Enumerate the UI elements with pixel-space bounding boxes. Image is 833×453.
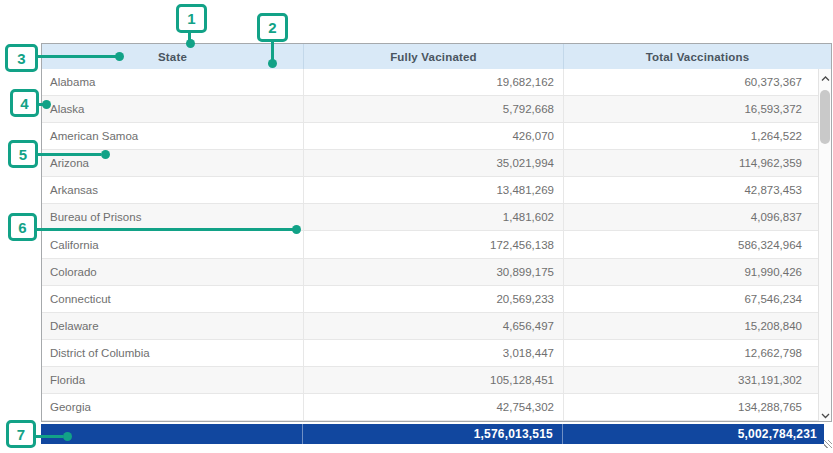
callout-2-connector <box>271 42 274 60</box>
fully-vaccinated-cell: 426,070 <box>303 123 563 149</box>
callout-1-badge: 1 <box>176 4 207 33</box>
table-row[interactable]: Colorado30,899,17591,990,426 <box>42 259 831 286</box>
state-cell: Arkansas <box>42 177 303 203</box>
callout-2-badge: 2 <box>257 13 288 42</box>
table-row[interactable]: Connecticut20,569,23367,546,234 <box>42 286 831 313</box>
summary-row: 1,576,013,515 5,002,784,231 <box>41 424 824 444</box>
fully-vaccinated-cell: 4,656,497 <box>303 313 563 339</box>
total-vaccinations-cell: 4,096,837 <box>563 204 831 230</box>
state-cell: Connecticut <box>42 286 303 312</box>
callout-5-connector <box>38 153 101 156</box>
total-vaccinations-cell: 134,288,765 <box>563 394 831 420</box>
total-vaccinations-cell: 1,264,522 <box>563 123 831 149</box>
callout-6-dot <box>292 225 301 234</box>
table-row[interactable]: District of Columbia3,018,44712,662,798 <box>42 340 831 367</box>
summary-fully-vaccinated-cell: 1,576,013,515 <box>302 424 562 444</box>
table-header-row: State Fully Vacinated Total Vaccinations <box>42 44 831 69</box>
scroll-down-button[interactable] <box>819 407 831 420</box>
callout-7-dot <box>63 432 72 441</box>
state-cell: California <box>42 231 303 257</box>
scroll-up-button[interactable] <box>819 70 831 83</box>
total-vaccinations-cell: 16,593,372 <box>563 96 831 122</box>
column-header-total-vaccinations[interactable]: Total Vaccinations <box>563 44 831 69</box>
resize-grip-icon[interactable] <box>824 440 832 448</box>
callout-3-dot <box>115 52 124 61</box>
total-vaccinations-cell: 331,191,302 <box>563 367 831 393</box>
column-header-fully-vaccinated[interactable]: Fully Vacinated <box>303 44 563 69</box>
callout-7-badge: 7 <box>6 420 36 448</box>
fully-vaccinated-cell: 20,569,233 <box>303 286 563 312</box>
callout-2-dot <box>268 59 277 68</box>
state-cell: Florida <box>42 367 303 393</box>
state-cell: District of Columbia <box>42 340 303 366</box>
scrollbar-thumb[interactable] <box>820 90 830 144</box>
state-cell: American Samoa <box>42 123 303 149</box>
total-vaccinations-cell: 67,546,234 <box>563 286 831 312</box>
summary-total-vaccinations-cell: 5,002,784,231 <box>562 424 824 444</box>
state-cell: Alaska <box>42 96 303 122</box>
callout-5-badge: 5 <box>8 140 38 168</box>
table-row[interactable]: American Samoa426,0701,264,522 <box>42 123 831 150</box>
table-body: Alabama19,682,16260,373,367Alaska5,792,6… <box>42 69 831 421</box>
total-vaccinations-cell: 12,662,798 <box>563 340 831 366</box>
table-row[interactable]: Arizona35,021,994114,962,359 <box>42 150 831 177</box>
table-row[interactable]: Florida105,128,451331,191,302 <box>42 367 831 394</box>
fully-vaccinated-cell: 30,899,175 <box>303 259 563 285</box>
fully-vaccinated-cell: 42,754,302 <box>303 394 563 420</box>
callout-6-connector <box>37 228 293 231</box>
table-row[interactable]: Arkansas13,481,26942,873,453 <box>42 177 831 204</box>
state-cell: Georgia <box>42 394 303 420</box>
callout-3-badge: 3 <box>5 44 38 72</box>
summary-state-cell <box>41 424 302 444</box>
fully-vaccinated-cell: 19,682,162 <box>303 69 563 95</box>
attribute-table: State Fully Vacinated Total Vaccinations… <box>41 43 832 422</box>
callout-3-connector <box>38 55 116 58</box>
fully-vaccinated-cell: 172,456,138 <box>303 231 563 257</box>
table-row[interactable]: Delaware4,656,49715,208,840 <box>42 313 831 340</box>
vertical-scrollbar[interactable] <box>818 69 831 421</box>
fully-vaccinated-cell: 13,481,269 <box>303 177 563 203</box>
total-vaccinations-cell: 60,373,367 <box>563 69 831 95</box>
total-vaccinations-cell: 15,208,840 <box>563 313 831 339</box>
fully-vaccinated-cell: 3,018,447 <box>303 340 563 366</box>
callout-7-connector <box>36 435 63 438</box>
fully-vaccinated-cell: 1,481,602 <box>303 204 563 230</box>
callout-5-dot <box>101 150 110 159</box>
callout-6-badge: 6 <box>8 213 37 241</box>
chevron-up-icon <box>821 68 830 86</box>
fully-vaccinated-cell: 105,128,451 <box>303 367 563 393</box>
table-row[interactable]: Georgia42,754,302134,288,765 <box>42 394 831 421</box>
total-vaccinations-cell: 91,990,426 <box>563 259 831 285</box>
screenshot-canvas: State Fully Vacinated Total Vaccinations… <box>0 0 833 453</box>
table-row[interactable]: Alabama19,682,16260,373,367 <box>42 69 831 96</box>
table-row[interactable]: Alaska5,792,66816,593,372 <box>42 96 831 123</box>
total-vaccinations-cell: 114,962,359 <box>563 150 831 176</box>
total-vaccinations-cell: 42,873,453 <box>563 177 831 203</box>
total-vaccinations-cell: 586,324,964 <box>563 231 831 257</box>
callout-4-dot <box>42 100 51 109</box>
state-cell: Alabama <box>42 69 303 95</box>
fully-vaccinated-cell: 5,792,668 <box>303 96 563 122</box>
table-row[interactable]: California172,456,138586,324,964 <box>42 231 831 258</box>
fully-vaccinated-cell: 35,021,994 <box>303 150 563 176</box>
state-cell: Colorado <box>42 259 303 285</box>
chevron-down-icon <box>821 405 830 423</box>
state-cell: Delaware <box>42 313 303 339</box>
callout-4-badge: 4 <box>10 89 39 117</box>
callout-1-dot <box>186 39 195 48</box>
